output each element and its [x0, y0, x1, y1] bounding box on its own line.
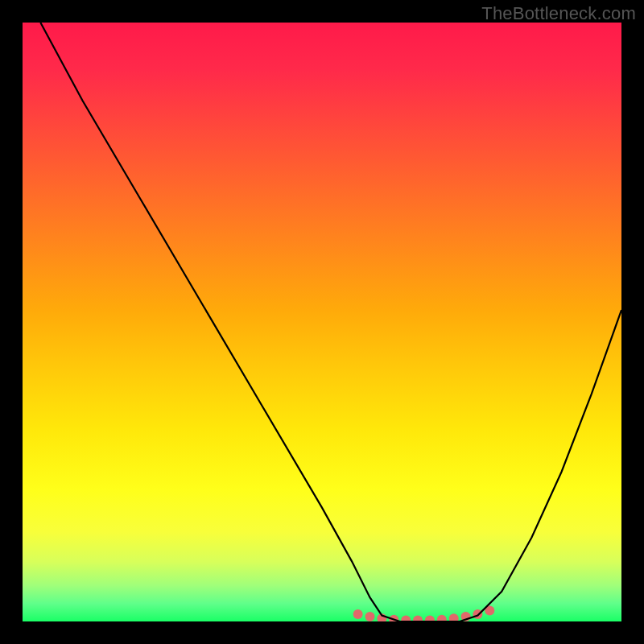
marker-dot: [425, 616, 435, 622]
chart-svg: [23, 23, 621, 621]
plot-area: [23, 23, 621, 621]
marker-dot: [413, 616, 423, 622]
watermark-text: TheBottleneck.com: [481, 3, 636, 24]
chart-container: TheBottleneck.com: [0, 0, 644, 644]
optimal-range-markers: [353, 606, 495, 621]
marker-dot: [437, 615, 447, 621]
bottleneck-curve: [40, 23, 621, 621]
marker-dot: [449, 613, 459, 621]
marker-dot: [353, 609, 363, 619]
marker-dot: [401, 616, 411, 622]
marker-dot: [365, 612, 375, 621]
